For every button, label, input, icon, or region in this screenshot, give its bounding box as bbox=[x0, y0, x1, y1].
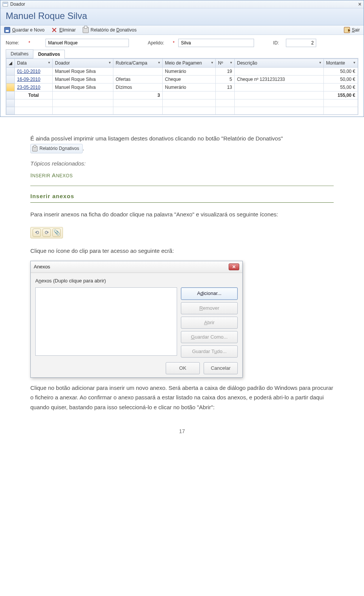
dialog-title: Anexos bbox=[34, 263, 50, 271]
table-row[interactable]: 23-05-2010 Manuel Roque Silva Dízimos Nu… bbox=[6, 84, 358, 91]
table-row[interactable]: 16-09-2010 Manuel Roque Silva Ofertas Ch… bbox=[6, 76, 358, 84]
exit-icon bbox=[344, 27, 350, 33]
tab-donations[interactable]: Donativos bbox=[33, 50, 65, 58]
form-body: Nome: * Apelido: * ID: Detalhes Donativo… bbox=[0, 35, 364, 117]
attachments-list[interactable] bbox=[35, 287, 177, 356]
form-header: Manuel Roque Silva bbox=[0, 8, 364, 25]
paragraph-1: É ainda possível imprimir uma listagem d… bbox=[30, 134, 334, 153]
print-icon bbox=[32, 146, 38, 151]
table-row bbox=[6, 99, 358, 107]
table-row bbox=[6, 107, 358, 115]
clip-icon[interactable]: 📎 bbox=[52, 229, 61, 237]
paragraph-2: Para inserir anexos na ficha do doador c… bbox=[30, 210, 334, 219]
related-topics-label: Tópicos relacionados: bbox=[30, 159, 334, 169]
window-title: Doador bbox=[10, 2, 25, 7]
paragraph-4: Clique no botão adicionar para inserir u… bbox=[30, 383, 334, 412]
form-toolbar: Guardar e Novo Eliminar Relatório de Don… bbox=[0, 25, 364, 35]
prev-icon[interactable]: ⟲ bbox=[33, 229, 41, 237]
donor-name-heading: Manuel Roque Silva bbox=[6, 11, 358, 21]
dialog-subtitle: Anexos (Duplo clique para abrir) bbox=[35, 277, 238, 285]
total-row: Total 3 155,00 € bbox=[6, 91, 358, 99]
save-new-button[interactable]: Guardar e Novo bbox=[4, 27, 44, 33]
anexos-dialog: Anexos ✕ Anexos (Duplo clique para abrir… bbox=[30, 261, 243, 378]
ok-button[interactable]: OK bbox=[166, 362, 200, 374]
form-icon bbox=[3, 2, 8, 6]
table-row[interactable]: 01-10-2010 Manuel Roque Silva Numerário … bbox=[6, 68, 358, 76]
next-icon[interactable]: ⟳ bbox=[42, 229, 51, 237]
dialog-close-icon[interactable]: ✕ bbox=[229, 263, 239, 270]
inline-report-button: Relatório Donativos bbox=[30, 144, 83, 153]
col-doador[interactable]: Doador▾ bbox=[53, 59, 113, 68]
paragraph-3: Clique no ícone do clip para ter acesso … bbox=[30, 246, 334, 256]
delete-button[interactable]: Eliminar bbox=[51, 27, 75, 33]
col-desc[interactable]: Descrição▾ bbox=[235, 59, 324, 68]
print-icon bbox=[83, 27, 89, 33]
id-label: ID: bbox=[273, 40, 282, 46]
exit-button[interactable]: Sair bbox=[344, 27, 360, 33]
report-button[interactable]: Relatório de Donativos bbox=[83, 27, 136, 33]
open-button[interactable]: Abrir bbox=[181, 317, 238, 329]
name-field[interactable] bbox=[46, 39, 129, 47]
delete-icon bbox=[51, 27, 57, 33]
name-label: Nome: bbox=[6, 40, 25, 46]
cancel-button[interactable]: Cancelar bbox=[204, 362, 238, 374]
surname-field[interactable] bbox=[178, 39, 254, 47]
close-icon[interactable]: × bbox=[358, 1, 361, 7]
window-titlebar: Doador × bbox=[0, 0, 364, 8]
saveall-button[interactable]: Guardar Tudo... bbox=[181, 345, 238, 358]
save-icon bbox=[4, 27, 10, 33]
remove-button[interactable]: Remover bbox=[181, 302, 238, 314]
col-data[interactable]: Data▾ bbox=[15, 59, 53, 68]
delete-label: liminar bbox=[62, 27, 75, 33]
surname-label: Apelido: bbox=[148, 40, 169, 46]
row-selector-header[interactable]: ◢ bbox=[6, 59, 15, 68]
col-montante[interactable]: Montante▾ bbox=[324, 59, 358, 68]
name-required: * bbox=[28, 40, 30, 46]
id-field[interactable] bbox=[286, 39, 316, 47]
donations-grid: ◢ Data▾ Doador▾ Rubrica/Campa▾ Meio de P… bbox=[6, 58, 358, 115]
document-body: É ainda possível imprimir uma listagem d… bbox=[0, 117, 364, 436]
tab-details[interactable]: Detalhes bbox=[6, 49, 33, 58]
donor-form-window: Doador × Manuel Roque Silva Guardar e No… bbox=[0, 0, 364, 117]
exit-label: air bbox=[355, 27, 360, 33]
saveas-button[interactable]: Guardar Como... bbox=[181, 331, 238, 343]
dialog-titlebar: Anexos ✕ bbox=[31, 261, 242, 273]
tabs: Detalhes Donativos bbox=[6, 49, 358, 58]
save-label: uardar e Novo bbox=[16, 27, 44, 33]
inserir-anexos-link[interactable]: INSERIR ANEXOS bbox=[30, 172, 73, 178]
col-rubrica[interactable]: Rubrica/Campa▾ bbox=[113, 59, 163, 68]
col-num[interactable]: Nº▾ bbox=[216, 59, 235, 68]
divider bbox=[30, 186, 334, 186]
add-button[interactable]: Adicionar... bbox=[181, 287, 238, 300]
page-number: 17 bbox=[30, 427, 334, 436]
col-meio[interactable]: Meio de Pagamen▾ bbox=[163, 59, 216, 68]
anexo-icon-strip: ⟲ ⟳ 📎 bbox=[30, 227, 63, 238]
section-inserir-anexos: Inserir anexos bbox=[30, 189, 334, 203]
grid-body: 01-10-2010 Manuel Roque Silva Numerário … bbox=[6, 68, 358, 115]
surname-required: * bbox=[173, 40, 175, 46]
